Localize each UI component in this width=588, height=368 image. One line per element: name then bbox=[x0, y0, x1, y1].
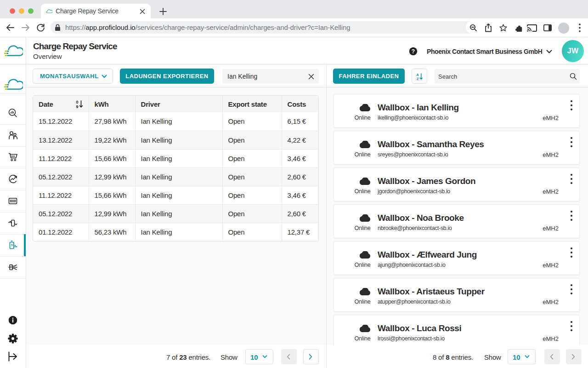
svg-text:Z: Z bbox=[417, 77, 419, 81]
svg-text:?: ? bbox=[412, 48, 415, 55]
